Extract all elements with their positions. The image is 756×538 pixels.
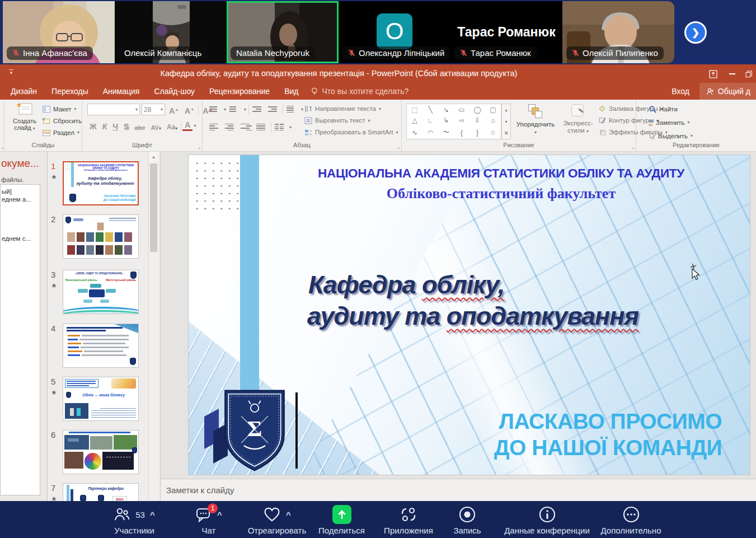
gallery-up-button[interactable]: ▴ [502, 104, 510, 116]
gallery-more-button[interactable]: ≣ [502, 127, 510, 139]
strikethrough-button[interactable]: abc [132, 120, 147, 131]
participant-tile-kompaniets[interactable]: Олексій Компанієць [115, 1, 227, 63]
tell-me-box[interactable]: Что вы хотите сделать? [311, 87, 408, 96]
shape-icon[interactable]: ↘ [438, 104, 454, 115]
react-chevron-icon[interactable]: ^ [286, 510, 291, 520]
react-button[interactable]: ^ Отреагировать [241, 504, 313, 535]
dialog-launcher-icon[interactable]: ⌟ [198, 144, 200, 149]
share-screen-button[interactable]: Поделиться [315, 504, 368, 535]
participant-tile-pylypenko[interactable]: Олексій Пилипенко [562, 1, 674, 63]
increase-indent-button[interactable] [267, 104, 280, 114]
shapes-gallery[interactable]: ⬚╲↘▭◯▢ △∟↳⇨⇩⌂ ∿◠〜{}☆ [406, 104, 501, 139]
sign-in-button[interactable]: Вход [672, 87, 689, 96]
slide-thumbnail-4[interactable] [63, 324, 139, 368]
font-size-combobox[interactable]: 28▾ [142, 104, 165, 115]
align-text-button[interactable]: Выровнять текст▾ [304, 115, 398, 126]
shape-icon[interactable]: ╲ [422, 104, 438, 115]
tab-review[interactable]: Рецензирование [202, 83, 277, 99]
shape-icon[interactable]: ⇨ [454, 115, 469, 127]
dialog-launcher-icon[interactable]: ⌟ [632, 144, 634, 149]
minimize-button[interactable] [722, 68, 741, 79]
underline-button[interactable]: Ч [110, 120, 120, 131]
shape-icon[interactable]: ∟ [422, 115, 438, 127]
participants-button[interactable]: 53 ^ Участники [90, 504, 179, 535]
participant-tile-inna[interactable]: Інна Афанас'єва [3, 1, 115, 63]
text-direction-button[interactable]: Направление текста▾ [304, 103, 398, 114]
participant-tile-natalia[interactable]: Natalia Nechyporuk [227, 1, 339, 63]
shape-icon[interactable]: { [454, 126, 469, 139]
section-button[interactable]: Раздел▾ [43, 127, 82, 138]
shape-icon[interactable]: ▭ [454, 104, 469, 115]
shape-icon[interactable]: ◠ [422, 126, 438, 139]
shape-icon[interactable]: ⇩ [469, 115, 485, 127]
bullets-button[interactable] [208, 104, 222, 114]
shape-icon[interactable]: ▢ [485, 104, 501, 115]
recovery-item[interactable]: еднем а... [1, 195, 40, 203]
numbering-button[interactable] [228, 104, 242, 114]
dialog-launcher-icon[interactable]: ⌟ [397, 144, 400, 149]
tab-transitions[interactable]: Переходы [44, 83, 96, 99]
thumbnail-scrollbar[interactable]: ▴ [148, 152, 158, 501]
font-color-button[interactable]: А [182, 120, 192, 131]
slide-thumbnail-2[interactable] [63, 214, 139, 259]
columns-button[interactable] [274, 122, 287, 132]
recovery-file-list[interactable]: ый] еднем а... еднем с... [0, 184, 40, 495]
shape-icon[interactable]: ⬚ [407, 104, 422, 115]
replace-button[interactable]: abac Заменить▾ [649, 116, 693, 128]
layout-button[interactable]: Макет▾ [43, 103, 82, 115]
slide-canvas[interactable]: НАЦІОНАЛЬНА АКАДЕМІЯ СТАТИСТИКИ ОБЛІКУ Т… [161, 152, 756, 479]
apps-button[interactable]: Приложения [378, 504, 439, 535]
tab-animations[interactable]: Анимация [96, 83, 147, 99]
reset-button[interactable]: Сбросить [43, 115, 82, 127]
align-center-button[interactable] [224, 122, 237, 132]
shape-icon[interactable]: ⌂ [485, 115, 501, 127]
select-button[interactable]: Выделить▾ [649, 130, 693, 142]
share-button[interactable]: Общий д [699, 83, 756, 100]
scroll-up-button[interactable]: ▴ [149, 152, 158, 161]
restore-button[interactable] [741, 68, 756, 79]
participants-chevron-icon[interactable]: ^ [150, 510, 155, 520]
tab-design[interactable]: Дизайн [3, 83, 44, 99]
participant-tile-taras[interactable]: Тарас Романюк Тарас Романюк [450, 1, 562, 63]
meeting-info-button[interactable]: Данные конференции [495, 504, 599, 535]
grow-font-button[interactable]: А▲ [167, 104, 181, 115]
more-button[interactable]: Дополнительно [596, 504, 666, 535]
align-left-button[interactable] [208, 122, 222, 132]
shape-icon[interactable]: ∿ [407, 126, 422, 139]
shape-icon[interactable]: ↳ [438, 115, 454, 127]
decrease-indent-button[interactable] [251, 104, 265, 114]
convert-smartart-button[interactable]: Преобразовать в SmartArt▾ [304, 127, 398, 138]
scrollbar-thumb[interactable] [150, 163, 157, 252]
record-button[interactable]: Запись [445, 504, 490, 535]
character-spacing-button[interactable]: AV▾ [148, 120, 163, 131]
gallery-down-button[interactable]: ▾ [502, 116, 510, 128]
text-shadow-button[interactable]: S [121, 120, 131, 131]
current-slide[interactable]: НАЦІОНАЛЬНА АКАДЕМІЯ СТАТИСТИКИ ОБЛІКУ Т… [189, 155, 750, 475]
slide-thumbnail-1[interactable]: НАЦІОНАЛЬНА АКАДЕМІЯ СТАТИСТИКИ ОБЛІКУ Т… [63, 161, 139, 205]
font-name-combobox[interactable]: ▾ [87, 104, 140, 115]
recovery-item[interactable]: еднем с... [1, 203, 40, 242]
tab-slideshow[interactable]: Слайд-шоу [147, 83, 202, 99]
bold-button[interactable]: Ж [87, 120, 99, 131]
notes-pane[interactable]: Заметки к слайду [161, 479, 756, 501]
quick-styles-button[interactable]: Экспресс- стили ▾ [560, 104, 597, 135]
ribbon-display-options-button[interactable] [703, 68, 722, 79]
line-spacing-button[interactable] [285, 104, 299, 114]
justify-button[interactable] [255, 122, 269, 132]
dialog-launcher-icon[interactable]: ⌟ [1, 144, 3, 149]
shape-icon[interactable]: 〜 [438, 126, 454, 139]
arrange-button[interactable]: Упорядочить ▾ [514, 104, 557, 136]
slide-thumbnail-6[interactable] [63, 430, 139, 474]
participant-tile-lipnitskyi[interactable]: О Олександр Ліпніцький [339, 1, 450, 63]
shape-icon[interactable]: ☆ [485, 126, 501, 139]
tab-view[interactable]: Вид [277, 83, 306, 99]
chat-chevron-icon[interactable]: ^ [217, 510, 222, 520]
shape-icon[interactable]: } [469, 126, 485, 139]
find-button[interactable]: Найти [649, 103, 693, 115]
shrink-font-button[interactable]: А▼ [182, 104, 196, 115]
slide-thumbnail-5[interactable]: Облік — мова бізнесу [63, 377, 139, 421]
recovery-item[interactable]: ый] [1, 185, 40, 195]
shape-icon[interactable]: △ [407, 115, 422, 127]
next-participants-button[interactable]: ❯ [684, 21, 707, 44]
italic-button[interactable]: К [100, 120, 110, 131]
